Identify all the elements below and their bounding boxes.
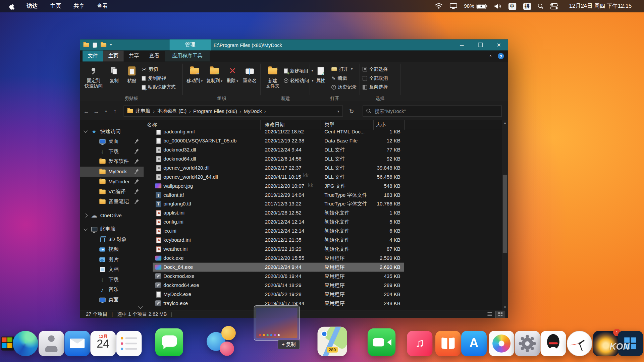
apple-menu-icon[interactable] [9,2,15,10]
tab-app-tools[interactable]: 应用程序工具 [165,51,210,62]
file-row[interactable]: trayico.exe 2019/10/17 19:44 应用程序 248 KB [144,299,502,308]
breadcrumb-item[interactable]: Program Files (x86) [193,108,237,114]
sidebar-item[interactable]: 下载 [80,146,144,157]
dock-app-store-icon[interactable] [461,331,487,356]
search-box[interactable] [363,106,502,117]
file-row[interactable]: calfont.ttf 2019/12/29 14:04 TrueType 字体… [144,190,502,199]
file-row[interactable]: dock.exe 2020/12/20 15:55 应用程序 2,599 KB [144,254,502,263]
dock-reminders-icon[interactable] [116,331,142,356]
open-button[interactable]: 打开▾ [331,65,353,73]
tab-share[interactable]: 共享 [124,51,144,62]
vertical-scrollbar[interactable]: ▲ ▼ [502,120,508,310]
dock-books-icon[interactable] [435,331,461,356]
dock-edge-browser-icon[interactable] [13,331,38,356]
control-center-icon[interactable] [550,3,558,9]
sidebar-item[interactable]: 音量笔记 [80,197,144,207]
scroll-up-icon[interactable]: ▲ [502,120,508,126]
move-to-button[interactable]: 移动到▾ [185,63,204,84]
sidebar-item[interactable]: 桌面 [80,295,144,305]
file-row[interactable]: dockmod64.dll 2020/12/6 14:56 DLL 文件 92 … [144,154,502,163]
details-view-button[interactable] [485,311,494,318]
new-folder-button[interactable]: 新建文件夹 [262,63,283,89]
file-row[interactable]: Dockmod.exe 2020/10/6 19:44 应用程序 435 KB [144,272,502,281]
address-dropdown-icon[interactable]: ▾ [337,109,339,113]
file-row[interactable]: pingfang0.ttf 2017/12/3 13:22 TrueType 字… [144,199,502,208]
menubar-item[interactable]: 共享 [73,2,85,10]
breadcrumb-bar[interactable]: 此电脑 › 本地磁盘 (E:) › Program Files (x86) › [124,106,343,117]
file-row[interactable]: MyDock.exe 2020/9/22 19:28 应用程序 204 KB [144,290,502,299]
wifi-icon[interactable] [435,3,442,9]
invert-selection-button[interactable]: 反向选择 [363,83,388,92]
sidebar-item[interactable]: 视频 [80,244,144,254]
maximize-button[interactable] [471,40,489,51]
paste-shortcut-button[interactable]: 粘贴快捷方式 [142,83,175,92]
menubar-item[interactable]: 查看 [97,2,108,10]
volume-icon[interactable] [494,3,501,9]
spotlight-search-icon[interactable] [538,3,543,9]
sidebar-scroll-down-icon[interactable] [138,304,143,309]
tab-view[interactable]: 查看 [144,51,165,62]
sidebar-item[interactable]: 桌面 [80,136,144,146]
pin-to-quick-access-button[interactable]: 固定到快速访问 [82,63,106,89]
menubar-item[interactable]: 主页 [50,2,61,10]
sidebar-item[interactable]: MyFinder [80,177,144,187]
chevron-down-icon[interactable] [84,227,88,231]
sidebar-this-pc[interactable]: 此电脑 [80,224,144,234]
tab-home[interactable]: 主页 [103,51,123,62]
dock-facetime-icon[interactable] [368,328,395,356]
sidebar-item[interactable]: 文档 [80,264,144,275]
file-row[interactable]: opencv_world420_64.dll 2020/4/11 18:15 D… [144,172,502,181]
file-row[interactable]: dockmod64.exe 2020/9/14 18:29 应用程序 289 K… [144,281,502,290]
properties-button[interactable]: 属性 [312,63,330,83]
sidebar-item[interactable]: 图片 [80,254,144,264]
qat-folder-icon[interactable] [84,43,89,47]
file-row[interactable]: config.ini 2020/12/24 12:14 初始化文件 5 KB [144,218,502,227]
history-button[interactable]: 历史记录 [331,83,357,92]
breadcrumb-item[interactable]: 此电脑 [136,108,151,115]
sidebar-item[interactable]: 发布软件 [80,157,144,167]
delete-button[interactable]: ✕ 删除▾ [225,63,240,84]
back-button[interactable]: ← [82,102,91,120]
column-header-type[interactable]: 类型 [320,120,374,130]
file-row[interactable]: padconfig.xml 2020/11/22 18:52 Cent HTML… [144,130,502,136]
easy-access-button[interactable]: 轻松访问▾ [284,76,313,85]
battery-indicator[interactable]: 98% [464,3,487,9]
refresh-icon[interactable]: ↻ [346,106,357,117]
tab-file[interactable]: 文件 [83,51,103,62]
sidebar-quick-access[interactable]: 快速访问 [80,126,144,136]
scroll-down-icon[interactable]: ▼ [502,304,508,310]
sidebar-item[interactable]: 音乐 [80,285,144,295]
chevron-right-icon[interactable] [84,214,88,218]
copy-path-button[interactable]: 复制路径 [142,74,166,82]
rename-button[interactable]: 重命名 [240,63,259,83]
file-row[interactable]: applist.ini 2020/1/28 12:52 初始化文件 1 KB [144,208,502,218]
dock-messages-icon[interactable] [155,328,183,356]
file-row[interactable]: Dock_64.exe 2020/12/24 9:44 应用程序 2,690 K… [144,263,502,272]
forward-button[interactable]: → [92,102,101,120]
dock-music-icon[interactable] [407,331,432,356]
select-none-button[interactable]: 全部取消 [363,74,388,82]
menubar-item[interactable]: 访达 [27,2,38,10]
drag-preview[interactable] [254,305,300,341]
scrollbar-thumb[interactable] [503,175,507,253]
file-row[interactable]: weather.ini 2020/9/22 19:29 初始化文件 87 KB [144,245,502,254]
file-row[interactable]: bc_00000LVSQV3ARNLT_05.db 2020/12/19 22:… [144,136,502,145]
edit-button[interactable]: ✎编辑 [331,74,347,82]
dock-photos-icon[interactable] [489,331,514,356]
breadcrumb-item[interactable]: MyDock [244,108,262,114]
input-method-pinyin-badge[interactable]: 拼 [523,3,531,10]
recent-locations-icon[interactable]: ▾ [101,102,110,120]
file-row[interactable]: ico.ini 2020/12/24 12:14 初始化文件 6 KB [144,227,502,236]
chevron-down-icon[interactable] [84,129,88,133]
up-button[interactable]: ↑ [110,102,119,120]
dock-contacts-icon[interactable] [39,331,64,356]
dock-maps-icon[interactable]: 280 [318,327,347,356]
sidebar-onedrive[interactable]: OneDrive [80,210,144,221]
qat-properties-icon[interactable] [93,43,97,48]
thumbnails-view-button[interactable] [496,311,505,318]
close-button[interactable]: ✕ [490,40,508,51]
qat-new-folder-icon[interactable] [101,43,106,47]
search-input[interactable] [374,108,498,114]
copy-to-button[interactable]: 复制到▾ [205,63,224,84]
dock-calendar-icon[interactable]: 12月 24 [90,331,116,356]
